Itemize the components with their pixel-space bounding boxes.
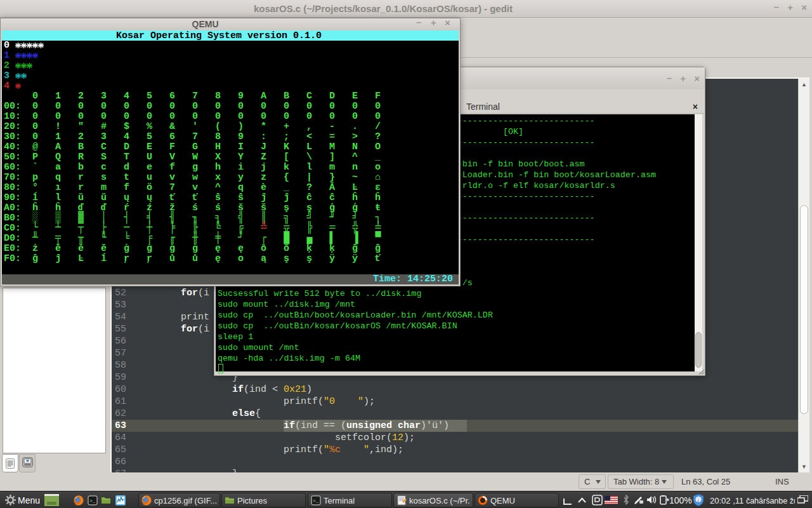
svg-text:>_: >_: [89, 498, 96, 504]
svg-text:>_: >_: [313, 498, 319, 504]
